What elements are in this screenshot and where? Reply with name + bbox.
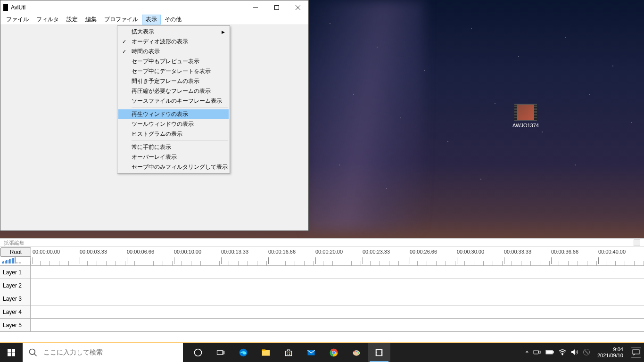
menu-entry[interactable]: 再圧縮が必要なフレームの表示	[118, 86, 229, 96]
menu-separator	[132, 107, 228, 108]
layer-track[interactable]	[31, 266, 644, 279]
explorer-app-icon[interactable]	[255, 343, 277, 362]
svg-rect-1	[274, 6, 279, 10]
menu-entry[interactable]: セーブ中にデータレートを表示	[118, 66, 229, 76]
timeline-layers: Layer 1Layer 2Layer 3Layer 4Layer 5	[0, 266, 644, 332]
action-center-button[interactable]	[631, 347, 641, 358]
menu-entry[interactable]: 再生ウィンドウの表示	[118, 109, 229, 119]
menu-entry[interactable]: ソースファイルのキーフレーム表示	[118, 96, 229, 106]
titlebar[interactable]: AviUtl	[0, 0, 308, 15]
window-title: AviUtl	[11, 4, 245, 11]
desktop-file-icon[interactable]: AWJO1374	[509, 104, 542, 128]
menu-item-2[interactable]: 設定	[63, 15, 82, 25]
menu-item-4[interactable]: プロファイル	[100, 15, 142, 25]
wifi-icon[interactable]	[559, 349, 566, 357]
svg-rect-35	[534, 350, 538, 354]
layer-row: Layer 3	[0, 292, 644, 305]
root-scene-button[interactable]: Root	[0, 247, 31, 257]
menu-entry[interactable]: ✓時間の表示	[118, 47, 229, 57]
zoom-slider[interactable]	[0, 257, 31, 266]
close-button[interactable]	[287, 1, 308, 14]
svg-rect-13	[285, 351, 291, 356]
svg-rect-11	[262, 350, 270, 356]
mail-app-icon[interactable]	[300, 343, 322, 362]
aviutl-app-icon[interactable]	[368, 343, 390, 362]
timeline-maximize-icon[interactable]	[634, 239, 640, 246]
menu-entry-label: ヒストグラムの表示	[132, 130, 182, 138]
layer-label[interactable]: Layer 1	[0, 266, 31, 279]
svg-point-24	[356, 351, 358, 352]
video-thumbnail-icon	[514, 104, 537, 121]
timecode-tick: 00:00:20.00	[315, 249, 343, 255]
clock-time: 9:04	[597, 346, 623, 353]
search-placeholder: ここに入力して検索	[43, 348, 103, 357]
svg-point-39	[562, 354, 563, 355]
time-ruler[interactable]: 00:00:00.0000:00:03.3300:00:06.6600:00:1…	[31, 247, 644, 265]
minimize-button[interactable]	[245, 1, 266, 14]
ime-icon[interactable]	[583, 349, 590, 357]
store-app-icon[interactable]	[277, 343, 300, 362]
menu-entry[interactable]: ヒストグラムの表示	[118, 129, 229, 139]
start-button[interactable]	[0, 343, 23, 362]
menu-entry[interactable]: 拡大表示▶	[118, 27, 229, 37]
tray-overflow-icon[interactable]: ^	[526, 349, 528, 356]
timecode-tick: 00:00:06.66	[127, 249, 154, 255]
menu-item-1[interactable]: フィルタ	[33, 15, 63, 25]
timecode-tick: 00:00:36.66	[551, 249, 578, 255]
clock-date: 2021/09/10	[597, 353, 623, 359]
timecode-tick: 00:00:13.33	[221, 249, 248, 255]
layer-row: Layer 4	[0, 305, 644, 319]
menu-entry[interactable]: 間引き予定フレームの表示	[118, 76, 229, 86]
menu-entry-label: 拡大表示	[132, 28, 154, 36]
submenu-arrow-icon: ▶	[222, 30, 225, 34]
menu-item-0[interactable]: ファイル	[2, 15, 33, 25]
chrome-app-icon[interactable]	[322, 343, 345, 362]
menu-entry-label: セーブ中にデータレートを表示	[132, 67, 211, 75]
svg-rect-14	[287, 352, 289, 354]
svg-rect-16	[287, 354, 289, 355]
timecode-tick: 00:00:40.00	[598, 249, 626, 255]
layer-label[interactable]: Layer 5	[0, 319, 31, 331]
menu-entry-label: セーブ中のみフィルタリングして表示	[132, 163, 228, 171]
menu-entry-label: 時間の表示	[132, 48, 160, 56]
taskbar-clock[interactable]: 9:04 2021/09/10	[594, 346, 626, 359]
menu-item-5[interactable]: 表示	[142, 15, 161, 25]
layer-row: Layer 1	[0, 266, 644, 279]
volume-icon[interactable]	[571, 349, 578, 357]
layer-label[interactable]: Layer 3	[0, 292, 31, 305]
menu-entry[interactable]: セーブ中もプレビュー表示	[118, 57, 229, 66]
menu-separator	[132, 140, 228, 141]
layer-track[interactable]	[31, 305, 644, 318]
timecode-tick: 00:00:30.00	[457, 249, 484, 255]
menu-entry-label: 再生ウィンドウの表示	[132, 110, 188, 118]
timecode-tick: 00:00:00.00	[33, 249, 60, 255]
menu-entry[interactable]: ✓オーディオ波形の表示	[118, 37, 229, 47]
menu-item-6[interactable]: その他	[161, 15, 185, 25]
taskbar-search[interactable]: ここに入力して検索	[23, 343, 183, 362]
maximize-button[interactable]	[266, 1, 287, 14]
timecode-tick: 00:00:10.00	[174, 249, 201, 255]
timeline-titlebar[interactable]: 拡張編集	[0, 239, 644, 247]
paint-app-icon[interactable]	[345, 343, 368, 362]
battery-icon[interactable]	[545, 349, 554, 356]
timeline-header: Root 00:00:00.0000:00:03.3300:00:06.6600…	[0, 247, 644, 266]
task-view-button[interactable]	[209, 343, 232, 362]
layer-track[interactable]	[31, 319, 644, 331]
menu-entry[interactable]: オーバーレイ表示	[118, 152, 229, 162]
cortana-button[interactable]	[187, 343, 209, 362]
layer-track[interactable]	[31, 279, 644, 292]
layer-track[interactable]	[31, 292, 644, 305]
svg-line-5	[34, 354, 37, 356]
menu-entry[interactable]: ツールウィンドウの表示	[118, 119, 229, 129]
meet-now-icon[interactable]	[533, 349, 541, 357]
menu-item-3[interactable]: 編集	[82, 15, 100, 25]
app-icon	[3, 4, 8, 11]
timeline-title-text: 拡張編集	[4, 239, 25, 246]
desktop-file-label: AWJO1374	[509, 123, 542, 128]
menu-entry[interactable]: 常に手前に表示	[118, 142, 229, 152]
menu-entry[interactable]: セーブ中のみフィルタリングして表示	[118, 162, 229, 172]
layer-label[interactable]: Layer 4	[0, 305, 31, 318]
svg-rect-38	[546, 351, 552, 354]
layer-label[interactable]: Layer 2	[0, 279, 31, 292]
edge-app-icon[interactable]	[232, 343, 255, 362]
